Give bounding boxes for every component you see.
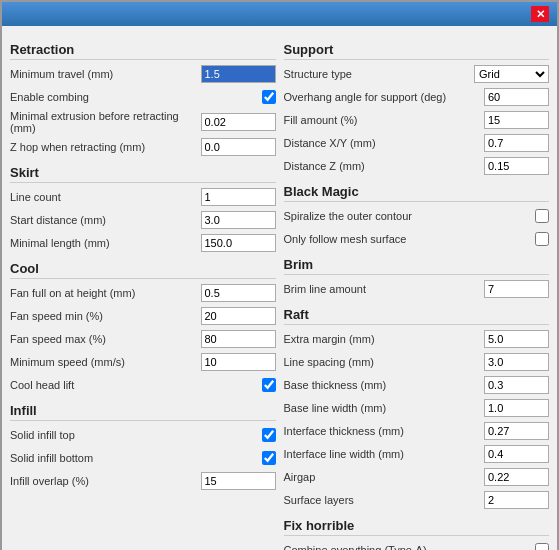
section-header-black-magic: Black Magic xyxy=(284,184,550,202)
field-label-min-travel: Minimum travel (mm) xyxy=(10,68,201,80)
field-row-fill-amount: Fill amount (%) xyxy=(284,110,550,130)
field-input-base-thickness[interactable] xyxy=(484,376,549,394)
field-row-extra-margin: Extra margin (mm) xyxy=(284,329,550,349)
field-input-min-speed[interactable] xyxy=(201,353,276,371)
left-panel: RetractionMinimum travel (mm)Enable comb… xyxy=(10,34,276,550)
field-input-distance-xy[interactable] xyxy=(484,134,549,152)
field-label-extra-margin: Extra margin (mm) xyxy=(284,333,485,345)
field-row-fan-full-height: Fan full on at height (mm) xyxy=(10,283,276,303)
field-input-infill-overlap[interactable] xyxy=(201,472,276,490)
field-input-start-distance[interactable] xyxy=(201,211,276,229)
expert-config-window: ✕ RetractionMinimum travel (mm)Enable co… xyxy=(0,0,559,550)
field-label-distance-z: Distance Z (mm) xyxy=(284,160,485,172)
field-input-fan-full-height[interactable] xyxy=(201,284,276,302)
field-row-min-speed: Minimum speed (mm/s) xyxy=(10,352,276,372)
field-input-z-hop[interactable] xyxy=(201,138,276,156)
field-label-solid-infill-bottom: Solid infill bottom xyxy=(10,452,262,464)
field-input-fill-amount[interactable] xyxy=(484,111,549,129)
section-header-fix-horrible: Fix horrible xyxy=(284,518,550,536)
field-label-solid-infill-top: Solid infill top xyxy=(10,429,262,441)
field-input-brim-line-amount[interactable] xyxy=(484,280,549,298)
field-row-distance-xy: Distance X/Y (mm) xyxy=(284,133,550,153)
field-row-only-follow-mesh: Only follow mesh surface xyxy=(284,229,550,249)
field-label-airgap: Airgap xyxy=(284,471,485,483)
field-row-cool-head-lift: Cool head lift xyxy=(10,375,276,395)
field-input-overhang-angle[interactable] xyxy=(484,88,549,106)
field-row-brim-line-amount: Brim line amount xyxy=(284,279,550,299)
close-button[interactable]: ✕ xyxy=(531,6,549,22)
field-input-extra-margin[interactable] xyxy=(484,330,549,348)
right-panel: SupportStructure typeGridLinesOverhang a… xyxy=(284,34,550,550)
field-row-base-line-width: Base line width (mm) xyxy=(284,398,550,418)
field-row-fan-speed-min: Fan speed min (%) xyxy=(10,306,276,326)
field-label-combine-type-a: Combine everything (Type-A) xyxy=(284,544,536,550)
field-label-cool-head-lift: Cool head lift xyxy=(10,379,262,391)
field-input-distance-z[interactable] xyxy=(484,157,549,175)
section-header-raft: Raft xyxy=(284,307,550,325)
field-row-spiralize: Spiralize the outer contour xyxy=(284,206,550,226)
field-checkbox-enable-combing[interactable] xyxy=(262,90,276,104)
field-input-fan-speed-min[interactable] xyxy=(201,307,276,325)
field-checkbox-solid-infill-top[interactable] xyxy=(262,428,276,442)
field-row-line-spacing: Line spacing (mm) xyxy=(284,352,550,372)
field-label-fill-amount: Fill amount (%) xyxy=(284,114,485,126)
section-header-brim: Brim xyxy=(284,257,550,275)
section-header-infill: Infill xyxy=(10,403,276,421)
field-input-min-travel[interactable] xyxy=(201,65,276,83)
field-label-spiralize: Spiralize the outer contour xyxy=(284,210,536,222)
field-label-line-count: Line count xyxy=(10,191,201,203)
field-row-line-count: Line count xyxy=(10,187,276,207)
section-header-retraction: Retraction xyxy=(10,42,276,60)
field-row-combine-type-a: Combine everything (Type-A) xyxy=(284,540,550,550)
field-row-minimal-length: Minimal length (mm) xyxy=(10,233,276,253)
field-label-fan-full-height: Fan full on at height (mm) xyxy=(10,287,201,299)
field-label-line-spacing: Line spacing (mm) xyxy=(284,356,485,368)
field-label-brim-line-amount: Brim line amount xyxy=(284,283,485,295)
field-row-enable-combing: Enable combing xyxy=(10,87,276,107)
field-row-infill-overlap: Infill overlap (%) xyxy=(10,471,276,491)
field-label-structure-type: Structure type xyxy=(284,68,475,80)
field-label-enable-combing: Enable combing xyxy=(10,91,262,103)
field-checkbox-cool-head-lift[interactable] xyxy=(262,378,276,392)
field-input-fan-speed-max[interactable] xyxy=(201,330,276,348)
field-input-interface-thickness[interactable] xyxy=(484,422,549,440)
field-row-airgap: Airgap xyxy=(284,467,550,487)
field-label-distance-xy: Distance X/Y (mm) xyxy=(284,137,485,149)
field-input-line-count[interactable] xyxy=(201,188,276,206)
field-row-surface-layers: Surface layers xyxy=(284,490,550,510)
field-input-minimal-length[interactable] xyxy=(201,234,276,252)
field-input-min-extrusion[interactable] xyxy=(201,113,276,131)
field-row-distance-z: Distance Z (mm) xyxy=(284,156,550,176)
field-select-structure-type[interactable]: GridLines xyxy=(474,65,549,83)
field-label-min-extrusion: Minimal extrusion before retracting (mm) xyxy=(10,110,201,134)
field-label-fan-speed-max: Fan speed max (%) xyxy=(10,333,201,345)
field-label-overhang-angle: Overhang angle for support (deg) xyxy=(284,91,485,103)
section-header-cool: Cool xyxy=(10,261,276,279)
field-checkbox-solid-infill-bottom[interactable] xyxy=(262,451,276,465)
field-row-min-travel: Minimum travel (mm) xyxy=(10,64,276,84)
field-row-z-hop: Z hop when retracting (mm) xyxy=(10,137,276,157)
title-bar: ✕ xyxy=(2,2,557,26)
field-row-start-distance: Start distance (mm) xyxy=(10,210,276,230)
field-row-base-thickness: Base thickness (mm) xyxy=(284,375,550,395)
field-input-line-spacing[interactable] xyxy=(484,353,549,371)
field-row-interface-thickness: Interface thickness (mm) xyxy=(284,421,550,441)
field-input-base-line-width[interactable] xyxy=(484,399,549,417)
field-label-base-thickness: Base thickness (mm) xyxy=(284,379,485,391)
main-content: RetractionMinimum travel (mm)Enable comb… xyxy=(2,26,557,550)
field-label-base-line-width: Base line width (mm) xyxy=(284,402,485,414)
field-label-interface-line-width: Interface line width (mm) xyxy=(284,448,485,460)
section-header-support: Support xyxy=(284,42,550,60)
field-input-airgap[interactable] xyxy=(484,468,549,486)
field-checkbox-only-follow-mesh[interactable] xyxy=(535,232,549,246)
field-label-start-distance: Start distance (mm) xyxy=(10,214,201,226)
field-input-surface-layers[interactable] xyxy=(484,491,549,509)
field-input-interface-line-width[interactable] xyxy=(484,445,549,463)
field-label-fan-speed-min: Fan speed min (%) xyxy=(10,310,201,322)
field-label-only-follow-mesh: Only follow mesh surface xyxy=(284,233,536,245)
field-row-solid-infill-bottom: Solid infill bottom xyxy=(10,448,276,468)
field-checkbox-spiralize[interactable] xyxy=(535,209,549,223)
field-label-z-hop: Z hop when retracting (mm) xyxy=(10,141,201,153)
field-checkbox-combine-type-a[interactable] xyxy=(535,543,549,550)
field-row-min-extrusion: Minimal extrusion before retracting (mm) xyxy=(10,110,276,134)
